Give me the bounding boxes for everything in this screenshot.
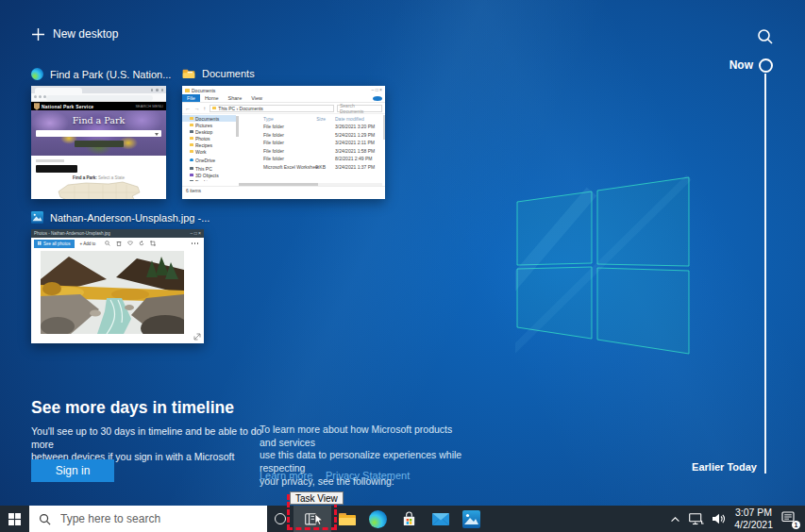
sidebar-item: OneDrive: [182, 157, 236, 163]
sidebar-item: 3D Objects: [182, 172, 236, 178]
mail-button[interactable]: [425, 506, 456, 532]
file-row: File folder5/24/2021 1:29 PM: [241, 131, 382, 140]
photos-toolbar: See all photos + Add to: [31, 238, 204, 249]
timeline-now-marker[interactable]: [759, 58, 773, 73]
folder-icon: [190, 150, 193, 154]
file-row: File folder8/2/2021 2:49 PM: [241, 155, 382, 163]
crop-icon: [150, 241, 156, 246]
photo-canvas: [31, 249, 204, 343]
folder-icon: [185, 89, 190, 92]
sidebar-item: Recipes: [182, 141, 236, 148]
favorite-heart-icon: [127, 241, 133, 246]
start-button[interactable]: [0, 506, 29, 532]
breadcrumb: [36, 159, 64, 162]
photos-button[interactable]: [456, 506, 487, 532]
ribbon-tab-home: Home: [200, 95, 224, 101]
find-your-park-button: [36, 165, 77, 173]
cortana-icon: [275, 513, 286, 524]
store-button[interactable]: [394, 506, 425, 532]
sidebar-item: Desktop: [182, 128, 236, 135]
edge-window-thumbnail[interactable]: National Park Service SEARCH MENU Find a…: [31, 86, 166, 199]
address-field: This PC › Documents: [210, 105, 334, 112]
hero-title: Find a Park: [31, 115, 166, 125]
taskbar-search-input[interactable]: [59, 511, 238, 526]
photos-window-label: Nathan-Anderson-Unsplash.jpg -...: [31, 211, 210, 224]
add-to-button: + Add to: [80, 241, 96, 246]
sidebar-item: Pictures: [182, 122, 236, 128]
ribbon-tab-view: View: [246, 95, 267, 101]
help-icon: [373, 96, 382, 101]
sidebar-item: This PC: [182, 165, 236, 172]
explorer-sidebar: Documents Pictures Desktop Photos Recipe…: [182, 115, 236, 181]
action-center-button[interactable]: 1: [781, 510, 797, 527]
more-options-icon: [192, 242, 199, 244]
landscape-photo: [41, 251, 184, 334]
taskbar: 3:07 PM 4/2/2021 1: [0, 506, 805, 532]
sidebar-scrollbar: [236, 116, 239, 137]
edge-icon: [369, 510, 387, 528]
hero-search-button: [75, 141, 124, 147]
learn-more-link[interactable]: Learn more: [260, 470, 312, 481]
mail-icon: [432, 513, 449, 525]
rotate-icon: [139, 241, 144, 246]
timeline-now-label: Now: [717, 58, 753, 72]
tray-chevron-up-icon[interactable]: [670, 516, 680, 523]
plus-icon: [32, 28, 44, 41]
sidebar-item: Documents: [182, 115, 236, 122]
browser-nav-buttons: [34, 95, 46, 98]
task-view-tooltip: Task View: [290, 491, 344, 505]
explorer-address-bar: ← → ↑ This PC › Documents Search Documen…: [182, 103, 385, 113]
taskbar-clock[interactable]: 3:07 PM 4/2/2021: [734, 507, 773, 531]
explorer-title-bar: Documents – □ ×: [182, 86, 385, 94]
back-forward-up-icons: ← → ↑: [185, 106, 207, 111]
folder-icon: [190, 143, 193, 147]
park-search-select: [36, 130, 161, 137]
nps-arrowhead-icon: [34, 103, 40, 110]
folder-icon: [190, 124, 193, 127]
edge-icon: [31, 68, 43, 80]
explorer-main: Documents Pictures Desktop Photos Recipe…: [182, 113, 385, 186]
zoom-icon: [105, 241, 110, 246]
volume-icon[interactable]: [713, 513, 726, 524]
file-row: Microsoft Excel Worksheet9 KB3/24/2021 1…: [241, 163, 382, 172]
this-pc-icon: [190, 167, 193, 171]
list-column-headers: Type Size Date modified: [241, 115, 382, 123]
clock-date: 4/2/2021: [734, 519, 773, 531]
system-tray: 3:07 PM 4/2/2021 1: [670, 506, 805, 532]
explorer-search-box: Search Documents: [337, 105, 382, 112]
nps-page-body: Find a Park: Select a State: [31, 156, 166, 199]
network-icon[interactable]: [689, 513, 704, 525]
new-desktop-label: New desktop: [53, 27, 118, 41]
window-controls: – □ ×: [191, 231, 202, 236]
sidebar-item: Work: [182, 148, 236, 155]
taskbar-search-box[interactable]: [29, 506, 267, 532]
windows-start-icon: [8, 513, 21, 525]
file-row: File folder3/24/2021 1:58 PM: [241, 147, 382, 156]
list-scrollbar: [383, 115, 386, 140]
photos-title-bar: Photos - Nathan-Anderson-Unsplash.jpg – …: [31, 229, 204, 238]
file-row: File folder3/26/2021 3:20 PM: [241, 123, 382, 131]
photos-window-thumbnail[interactable]: Photos - Nathan-Anderson-Unsplash.jpg – …: [31, 229, 204, 343]
us-map: [56, 181, 143, 199]
chevron-down-icon: [155, 133, 159, 136]
explorer-file-list: Type Size Date modified File folder3/26/…: [241, 115, 382, 171]
desktop-icon: [190, 180, 193, 181]
edge-button[interactable]: [362, 506, 394, 532]
windows-logo-wallpaper: [515, 173, 695, 357]
timeline-search-icon[interactable]: [757, 28, 774, 45]
explorer-window-thumbnail[interactable]: Documents – □ × File Home Share View ← →…: [182, 86, 385, 199]
sign-in-button[interactable]: Sign in: [31, 459, 114, 482]
ribbon-tab-share: Share: [224, 95, 247, 101]
file-row: File folder3/24/2021 2:11 PM: [241, 139, 382, 147]
delete-icon: [116, 241, 122, 246]
window-controls: – □ ×: [372, 88, 383, 92]
privacy-statement-link[interactable]: Privacy Statement: [326, 470, 410, 481]
folder-icon: [190, 117, 193, 121]
photos-icon: [31, 211, 43, 224]
sidebar-item: Desktop: [182, 178, 236, 181]
search-icon: [39, 513, 51, 525]
folder-icon: [212, 107, 216, 109]
new-desktop-button[interactable]: New desktop: [26, 26, 124, 42]
see-all-photos-button: See all photos: [34, 240, 75, 248]
timeline-scrubber[interactable]: [764, 74, 766, 474]
